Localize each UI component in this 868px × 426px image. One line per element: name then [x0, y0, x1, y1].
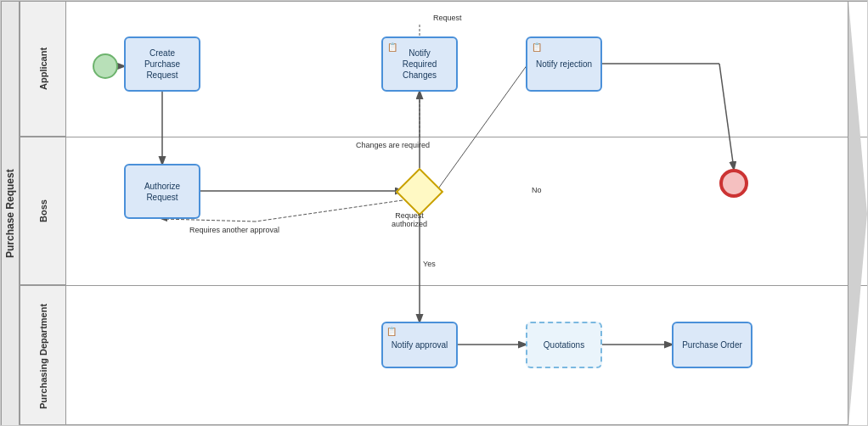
- lane-purchasing-label: Purchasing Department: [20, 285, 66, 426]
- lane-boss-label: Boss: [20, 137, 66, 285]
- label-request-authorized: Request authorized: [392, 211, 427, 228]
- task-icon-notify-approval: 📋: [386, 326, 397, 337]
- start-event: [93, 53, 118, 79]
- lane-divider-2: [20, 285, 867, 286]
- task-create-purchase[interactable]: Create Purchase Request: [124, 36, 200, 92]
- task-icon-notify-required: 📋: [387, 42, 397, 53]
- svg-line-12: [256, 200, 403, 221]
- lane-divider-top: [20, 1, 867, 2]
- end-event: [719, 169, 748, 198]
- svg-line-13: [162, 219, 256, 221]
- label-no: No: [532, 186, 542, 194]
- task-notify-approval[interactable]: 📋 Notify approval: [381, 322, 458, 368]
- gateway: [396, 168, 444, 216]
- label-request: Request: [433, 14, 462, 22]
- lane-divider-1: [20, 137, 867, 137]
- task-authorize-request[interactable]: Authorize Request: [124, 164, 200, 219]
- task-icon-notify-rejection: 📋: [532, 42, 542, 53]
- lane-applicant-label: Applicant: [20, 1, 66, 137]
- label-changes-required: Changes are required: [356, 141, 430, 149]
- task-quotations[interactable]: Quotations: [526, 322, 602, 368]
- task-purchase-order[interactable]: Purchase Order: [672, 322, 752, 368]
- task-notify-required[interactable]: 📋 Notify Required Changes: [381, 36, 458, 92]
- task-notify-rejection[interactable]: 📋 Notify rejection: [526, 36, 602, 92]
- pool-arrow: [848, 1, 867, 426]
- svg-line-8: [719, 64, 734, 169]
- pool-label: Purchase Request: [1, 1, 20, 426]
- label-yes: Yes: [423, 260, 436, 268]
- diagram-container: Purchase Request Applicant Boss Purchasi…: [0, 0, 868, 426]
- label-requires-another: Requires another approval: [189, 226, 279, 234]
